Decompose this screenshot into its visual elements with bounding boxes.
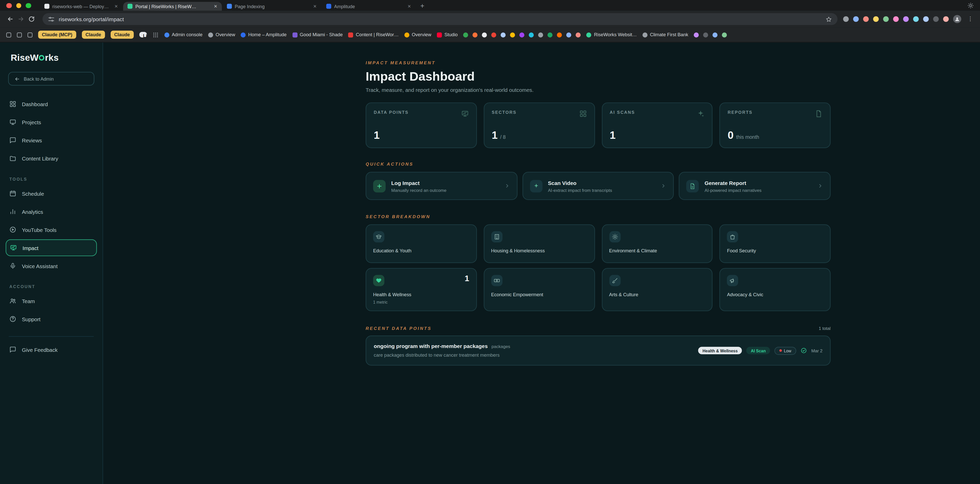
log-impact-action[interactable]: Log Impact Manually record an outcome — [366, 172, 517, 200]
bookmark-favicon[interactable] — [538, 32, 544, 37]
sidebar-item-support[interactable]: Support — [0, 310, 103, 328]
bookmark-item[interactable]: RiseWorks Websit… — [587, 32, 637, 38]
sector-card-education-youth[interactable]: Education & Youth — [366, 224, 477, 263]
bookmark-item[interactable]: Overview — [404, 32, 431, 38]
bookmark-favicon[interactable] — [463, 32, 469, 37]
bookmark-favicon[interactable] — [694, 32, 699, 37]
tab-page-indexing[interactable]: Page Indexing × — [222, 2, 321, 11]
bookmark-favicon[interactable] — [703, 32, 708, 37]
sector-card-arts-culture[interactable]: Arts & Culture — [601, 268, 713, 311]
sidebar-item-projects[interactable]: Projects — [0, 113, 103, 131]
impact-monitor-icon — [461, 110, 469, 117]
url-text[interactable]: riseworks.org/portal/impact — [59, 16, 124, 22]
bookmark-favicon[interactable] — [510, 32, 515, 37]
confidence-badge: Low — [775, 346, 797, 355]
bookmark-favicon[interactable] — [529, 32, 534, 37]
site-settings-icon[interactable] — [48, 16, 54, 22]
sidebar-item-team[interactable]: Team — [0, 292, 103, 310]
browser-menu-icon[interactable]: ⋮ — [966, 16, 975, 22]
bookmark-favicon[interactable] — [482, 32, 487, 37]
sidebar-item-voice-assistant[interactable]: Voice Assistant — [0, 257, 103, 275]
bookmark-star-icon[interactable] — [826, 16, 832, 22]
extension-icon[interactable] — [913, 16, 919, 22]
bookmark-item[interactable]: Studio — [437, 32, 458, 38]
tab-riseworks-web[interactable]: riseworks-web — Deploymen… × — [40, 2, 122, 11]
bookmark-item[interactable]: Overview — [208, 32, 235, 38]
tools-section-label: TOOLS — [10, 177, 93, 181]
scan-video-action[interactable]: Scan Video AI-extract impact from transc… — [522, 172, 674, 200]
bookmark-item[interactable]: Good Miami - Shade — [292, 32, 343, 38]
sector-card-environment-climate[interactable]: Environment & Climate — [601, 224, 713, 263]
extension-icon[interactable] — [933, 16, 939, 22]
data-point-row[interactable]: ongoing program with per-member packages… — [374, 343, 822, 358]
sector-card-health-wellness[interactable]: 1 Health & Wellness 1 metric — [366, 268, 477, 311]
bookmark-favicon[interactable] — [492, 32, 496, 37]
sidebar-item-content-library[interactable]: Content Library — [0, 149, 103, 167]
stat-value: 1 — [374, 130, 380, 141]
extension-icon[interactable] — [943, 16, 949, 22]
back-icon[interactable] — [5, 14, 16, 24]
bookmark-favicon[interactable] — [473, 32, 478, 37]
sidebar-item-youtube-tools[interactable]: YouTube Tools — [0, 221, 103, 238]
tab-group-chip[interactable]: Claude (MCP) — [38, 31, 76, 39]
banknote-icon — [491, 275, 502, 286]
tab-portal-riseworks[interactable]: Portal | RiseWorks | RiseW… × — [123, 2, 221, 11]
extension-icon[interactable] — [893, 16, 899, 22]
users-icon — [10, 297, 16, 305]
sector-card-food-security[interactable]: Food Security — [719, 224, 830, 263]
address-bar[interactable]: riseworks.org/portal/impact — [43, 13, 838, 25]
pinned-icon[interactable] — [27, 32, 33, 37]
close-window-button[interactable] — [6, 3, 11, 8]
tab-group-chip[interactable]: Claude — [82, 31, 105, 39]
tab-close-icon[interactable]: × — [214, 3, 217, 9]
sidebar-item-dashboard[interactable]: Dashboard — [0, 95, 103, 113]
forward-icon[interactable] — [16, 14, 26, 24]
extension-icon[interactable] — [873, 16, 879, 22]
bookmark-item[interactable]: Home – Amplitude — [241, 32, 286, 38]
new-tab-button[interactable]: + — [415, 2, 429, 9]
bookmark-favicon[interactable] — [557, 32, 562, 37]
bookmark-favicon[interactable] — [548, 32, 553, 37]
tab-group-chip[interactable]: Claude — [110, 31, 134, 39]
sector-card-economic-empowerment[interactable]: Economic Empowerment — [484, 268, 595, 311]
bookmark-favicon[interactable] — [520, 32, 525, 37]
sidebar-item-analytics[interactable]: Analytics — [0, 202, 103, 221]
extension-icon[interactable] — [853, 16, 859, 22]
extension-icon[interactable] — [923, 16, 929, 22]
pinned-icon[interactable] — [17, 32, 22, 37]
sector-card-advocacy-civic[interactable]: Advocacy & Civic — [719, 268, 830, 311]
back-to-admin-label: Back to Admin — [24, 76, 54, 82]
pinned-icon[interactable] — [6, 32, 11, 37]
extension-icon[interactable] — [883, 16, 889, 22]
bookmark-favicon[interactable] — [713, 32, 718, 37]
bookmark-item[interactable]: Admin console — [164, 32, 203, 38]
tab-close-icon[interactable]: × — [313, 3, 317, 9]
bookmark-item[interactable]: Climate First Bank — [642, 32, 688, 38]
sidebar-item-impact[interactable]: Impact — [6, 239, 97, 256]
extension-icon[interactable] — [843, 16, 849, 22]
sidebar-item-reviews[interactable]: Reviews — [0, 131, 103, 149]
sidebar-item-schedule[interactable]: Schedule — [0, 184, 103, 202]
extension-icon[interactable] — [863, 16, 869, 22]
tab-close-icon[interactable]: × — [115, 3, 118, 9]
apps-grid-icon[interactable] — [152, 32, 159, 38]
generate-report-action[interactable]: Generate Report AI-powered impact narrat… — [679, 172, 830, 200]
minimize-window-button[interactable] — [16, 3, 21, 8]
bookmark-item[interactable]: Content | RiseWor… — [348, 32, 399, 38]
profile-avatar[interactable] — [953, 15, 961, 23]
tab-amplitude[interactable]: Amplitude × — [321, 2, 415, 11]
extension-icon[interactable] — [903, 16, 909, 22]
tab-group-chip[interactable]: LinkedIn Sales Naviga… — [139, 32, 147, 38]
reload-icon[interactable] — [26, 14, 37, 24]
stat-suffix: this month — [736, 135, 759, 140]
give-feedback-button[interactable]: Give Feedback — [0, 341, 103, 359]
tab-close-icon[interactable]: × — [407, 3, 411, 9]
bookmark-favicon[interactable] — [566, 32, 572, 37]
theme-icon[interactable] — [967, 2, 980, 8]
back-to-admin-button[interactable]: Back to Admin — [8, 72, 94, 86]
bookmark-favicon[interactable] — [722, 32, 727, 37]
bookmark-favicon[interactable] — [501, 32, 506, 37]
maximize-window-button[interactable] — [25, 3, 31, 8]
bookmark-favicon[interactable] — [576, 32, 581, 37]
sector-card-housing-homelessness[interactable]: Housing & Homelessness — [484, 224, 595, 263]
